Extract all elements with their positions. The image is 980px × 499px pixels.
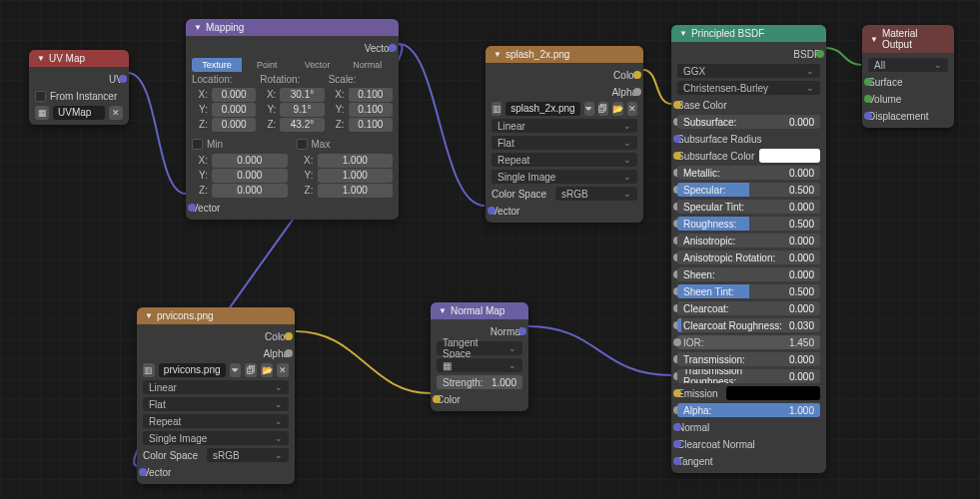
strength-field[interactable]: Strength:1.000 [437,375,522,389]
ior-field[interactable]: IOR:1.450 [677,335,820,349]
transrough-slider[interactable]: Transmission Roughness:0.000 [677,369,820,383]
socket-vector-in[interactable]: Vector [491,203,637,219]
specular-slider[interactable]: Specular:0.500 [677,183,820,197]
node-header[interactable]: ▼Mapping [186,19,399,36]
interp-select[interactable]: Linear [491,119,637,133]
spectint-slider[interactable]: Specular Tint:0.000 [677,200,820,214]
aniso-slider[interactable]: Anisotropic:0.000 [677,234,820,248]
uvmap-select[interactable]: ▦ UVMap ✕ [35,105,123,121]
grid-icon[interactable]: ▦ [35,106,49,120]
image-icon[interactable]: ▥ [143,363,155,377]
node-header[interactable]: ▼UV Map [29,50,129,67]
socket-basecolor[interactable]: Base Color [677,97,820,113]
users-icon[interactable]: ⏷ [584,102,594,116]
sheen-slider[interactable]: Sheen:0.000 [677,267,820,281]
rough-slider[interactable]: Roughness:0.500 [677,217,820,231]
socket-surface[interactable]: Surface [868,74,948,90]
socket-alpha-out[interactable]: Alpha [143,345,289,361]
node-title: splash_2x.png [505,49,570,60]
close-icon[interactable]: ✕ [277,363,289,377]
interp-select[interactable]: Linear [143,380,289,394]
single-select[interactable]: Single Image [491,170,637,184]
socket-color-in[interactable]: Color [437,391,522,407]
users-icon[interactable]: ⏷ [230,363,242,377]
node-header[interactable]: ▼Normal Map [431,302,528,319]
proj-select[interactable]: Flat [491,136,637,150]
repeat-select[interactable]: Repeat [143,414,289,428]
socket-ssr[interactable]: Subsurface Radius [677,131,820,147]
trans-slider[interactable]: Transmission:0.000 [677,352,820,366]
node-uvmap[interactable]: ▼UV Map UV From Instancer ▦ UVMap ✕ [29,50,129,125]
socket-vector-in[interactable]: Vector [143,464,289,480]
uvmap-select[interactable]: ▦ [437,358,522,372]
new-icon[interactable]: 🗐 [245,363,257,377]
sss-select[interactable]: Christensen-Burley [677,81,820,95]
open-icon[interactable]: 📂 [612,102,623,116]
colorspace-select[interactable]: sRGB [555,187,637,201]
repeat-select[interactable]: Repeat [491,153,637,167]
image-filename[interactable]: ▥ splash_2x.png ⏷ 🗐 📂 ✕ [491,101,637,117]
anisorot-slider[interactable]: Anisotropic Rotation:0.000 [677,250,820,264]
subsurface-slider[interactable]: Subsurface:0.000 [677,115,820,129]
socket-color-out[interactable]: Color [143,328,289,344]
node-title: Mapping [206,22,244,33]
node-bsdf[interactable]: ▼Principled BSDF BSDF GGX Christensen-Bu… [671,25,826,473]
dist-select[interactable]: GGX [677,64,820,78]
image-filename[interactable]: ▥ prvicons.png ⏷ 🗐 📂 ✕ [143,362,289,378]
from-instancer-check[interactable]: From Instancer [35,88,123,104]
new-icon[interactable]: 🗐 [598,102,608,116]
image-icon[interactable]: ▥ [491,102,501,116]
ccrough-slider[interactable]: Clearcoat Roughness:0.030 [677,318,820,332]
socket-ccnormal[interactable]: Clearcoat Normal [677,436,820,452]
close-icon[interactable]: ✕ [627,102,637,116]
socket-emission[interactable]: Emission [677,385,820,401]
node-header[interactable]: ▼prvicons.png [137,307,295,324]
socket-volume[interactable]: Volume [868,91,948,107]
node-header[interactable]: ▼Material Output [862,25,954,53]
socket-ssc[interactable]: Subsurface Color [677,148,820,164]
node-title: prvicons.png [157,310,214,321]
checkbox-icon[interactable] [35,91,46,102]
colorspace-select[interactable]: sRGB [207,448,289,462]
socket-vector-in[interactable]: Vector [192,200,393,216]
open-icon[interactable]: 📂 [261,363,273,377]
node-material-output[interactable]: ▼Material Output All Surface Volume Disp… [862,25,954,128]
close-icon[interactable]: ✕ [109,106,123,120]
node-header[interactable]: ▼Principled BSDF [671,25,826,42]
node-title: Normal Map [451,305,504,316]
socket-color-out[interactable]: Color [491,67,637,83]
single-select[interactable]: Single Image [143,431,289,445]
sheentint-slider[interactable]: Sheen Tint:0.500 [677,284,820,298]
node-normalmap[interactable]: ▼Normal Map Normal Tangent Space ▦ Stren… [431,302,528,411]
socket-vector-out[interactable]: Vector [192,40,393,56]
socket-normal[interactable]: Normal [677,419,820,435]
min-check[interactable]: Min [192,139,289,150]
metallic-slider[interactable]: Metallic:0.000 [677,166,820,180]
socket-bsdf-out[interactable]: BSDF [677,46,820,62]
socket-alpha-out[interactable]: Alpha [491,84,637,100]
node-title: Material Output [882,28,946,50]
node-title: UV Map [49,53,85,64]
space-select[interactable]: Tangent Space [437,341,522,355]
node-header[interactable]: ▼splash_2x.png [486,46,643,63]
proj-select[interactable]: Flat [143,397,289,411]
socket-disp[interactable]: Displacement [868,108,948,124]
node-mapping[interactable]: ▼Mapping Vector Texture Point Vector Nor… [186,19,399,220]
clearcoat-slider[interactable]: Clearcoat:0.000 [677,301,820,315]
mapping-type-toggle[interactable]: Texture Point Vector Normal [192,58,393,72]
node-prv-tex[interactable]: ▼prvicons.png Color Alpha ▥ prvicons.png… [137,307,295,484]
node-splash-tex[interactable]: ▼splash_2x.png Color Alpha ▥ splash_2x.p… [486,46,643,223]
target-select[interactable]: All [868,58,948,72]
alpha-slider[interactable]: Alpha:1.000 [677,403,820,417]
max-check[interactable]: Max [297,139,394,150]
socket-uv-out[interactable]: UV [35,71,123,87]
socket-tangent[interactable]: Tangent [677,453,820,469]
node-title: Principled BSDF [691,28,764,39]
